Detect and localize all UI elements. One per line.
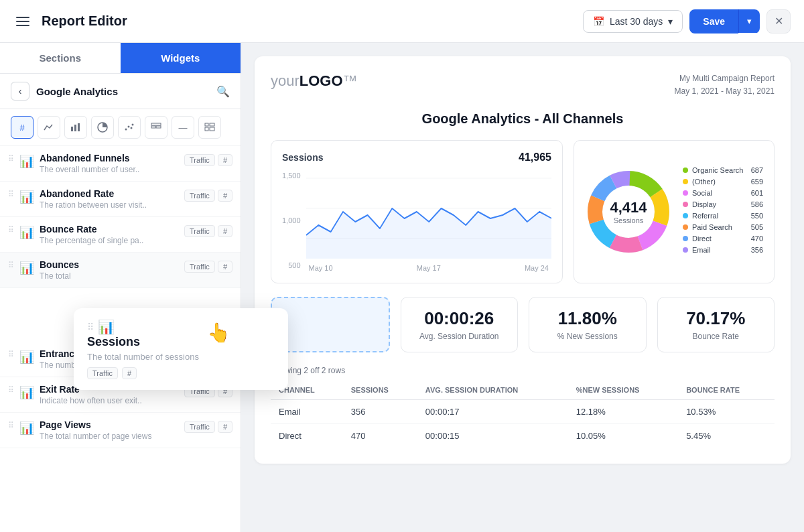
- y-label-1000: 1,000: [282, 216, 301, 224]
- widget-desc: The total number of page views: [40, 431, 179, 441]
- data-table-section: Showing 2 off 2 rows Channel Sessions Av…: [271, 366, 775, 448]
- legend-val-email: 356: [751, 246, 763, 254]
- widget-type-line2[interactable]: —: [172, 116, 194, 139]
- hash-badge: #: [218, 154, 232, 166]
- drag-tooltip-badges: Traffic #: [87, 367, 199, 379]
- widget-type-row: # —: [0, 109, 241, 146]
- hash-badge: #: [218, 261, 232, 273]
- legend-val-paid-search: 505: [751, 223, 763, 231]
- save-button[interactable]: Save: [689, 9, 738, 34]
- widget-bar-icon: 📊: [19, 348, 34, 364]
- legend-item-referral: Referral 550: [683, 212, 763, 220]
- drop-zone[interactable]: [271, 297, 390, 352]
- date-picker[interactable]: 📅 Last 30 days ▾: [583, 10, 683, 33]
- data-table: Channel Sessions Avg. Session Duration %…: [271, 381, 775, 448]
- legend-item-social: Social 601: [683, 189, 763, 197]
- svg-point-4: [125, 129, 127, 131]
- legend-name-organic-search: Organic Search: [692, 166, 747, 174]
- tab-sections[interactable]: Sections: [0, 43, 121, 73]
- x-label-may24: May 24: [525, 264, 549, 272]
- legend-val-display: 586: [751, 200, 763, 208]
- report-content: yourLOGO™ My Multi Campaign Report May 1…: [241, 43, 804, 532]
- widget-name: Abandoned Rate: [40, 188, 179, 199]
- svg-rect-0: [71, 127, 73, 131]
- widget-type-line[interactable]: [38, 116, 60, 139]
- stat-card-bounce-rate: 70.17% Bounce Rate: [657, 297, 775, 352]
- y-label-500: 500: [282, 261, 301, 269]
- drag-handle[interactable]: ⠿: [8, 348, 14, 359]
- widget-info: Bounces The total: [40, 259, 179, 281]
- widget-type-grid[interactable]: [198, 116, 221, 139]
- report-title-meta: My Multi Campaign Report: [675, 72, 775, 85]
- drag-handle[interactable]: ⠿: [8, 419, 14, 430]
- chevron-down-icon: ▾: [668, 16, 673, 27]
- widget-desc: Indicate how often user exit..: [40, 396, 179, 405]
- svg-point-6: [131, 127, 133, 129]
- header-right: 📅 Last 30 days ▾ Save ▾ ✕: [583, 9, 791, 34]
- save-dropdown-button[interactable]: ▾: [738, 9, 760, 33]
- report-meta: My Multi Campaign Report May 1, 2021 - M…: [675, 72, 775, 98]
- donut-center-value: 4,414: [610, 199, 647, 216]
- list-item: ⠿ 📊 Bounce Rate The percentage of single…: [0, 217, 241, 253]
- drag-tooltip-content: ⠿ 📊 Sessions The total number of session…: [87, 319, 199, 379]
- back-button[interactable]: ‹: [11, 82, 29, 101]
- hash-badge: #: [218, 190, 232, 202]
- stat-label-bounce-rate: Bounce Rate: [669, 332, 764, 341]
- table-meta: Showing 2 off 2 rows: [271, 366, 775, 375]
- legend-val-direct: 470: [751, 235, 763, 243]
- legend-name-direct: Direct: [692, 235, 747, 243]
- cell-new-0: 12.18%: [568, 400, 678, 424]
- header-left: Report Editor: [13, 13, 127, 29]
- donut-legend: Organic Search 687 (Other) 659 Social 60…: [683, 166, 763, 257]
- drag-handle[interactable]: ⠿: [8, 188, 14, 199]
- menu-button[interactable]: [13, 14, 32, 29]
- col-avg-session: Avg. Session Duration: [417, 381, 568, 400]
- sessions-line-chart: [306, 172, 551, 259]
- legend-dot-social: [683, 190, 688, 196]
- widget-type-bar[interactable]: [64, 116, 87, 139]
- widget-info: Bounce Rate The percentage of single pa.…: [40, 224, 179, 245]
- widget-info: Page Views The total number of page view…: [40, 419, 179, 441]
- legend-dot-referral: [683, 213, 688, 218]
- traffic-badge: Traffic: [184, 154, 215, 166]
- drag-handle[interactable]: ⠿: [8, 153, 14, 163]
- widget-badges: Traffic #: [184, 224, 232, 237]
- col-sessions: Sessions: [343, 381, 417, 400]
- widget-bar-icon: 📊: [19, 419, 34, 436]
- svg-rect-8: [151, 123, 161, 125]
- stat-value-new-sessions: 11.80%: [540, 308, 635, 329]
- legend-item-display: Display 586: [683, 200, 763, 208]
- tab-widgets[interactable]: Widgets: [121, 43, 241, 73]
- col-bounce-rate: Bounce Rate: [678, 381, 775, 400]
- widget-bar-icon: 📊: [19, 153, 34, 169]
- stat-label-new-sessions: % New Sessions: [540, 332, 635, 341]
- svg-point-5: [128, 126, 130, 128]
- cell-sessions-1: 470: [343, 424, 417, 448]
- close-button[interactable]: ✕: [766, 9, 791, 34]
- widget-bar-icon: 📊: [19, 259, 34, 275]
- drag-handle[interactable]: ⠿: [8, 384, 14, 395]
- drag-handle[interactable]: ⠿: [8, 224, 14, 235]
- x-label-may17: May 17: [417, 264, 441, 272]
- legend-val-organic-search: 687: [751, 166, 763, 174]
- cell-bounce-1: 5.45%: [678, 424, 775, 448]
- legend-name-referral: Referral: [692, 212, 747, 220]
- widget-desc: The percentage of single pa..: [40, 236, 179, 245]
- list-item: ⠿ 📊 Bounces The total Traffic #: [0, 253, 241, 288]
- list-item: ⠿ 📊 Abandoned Rate The ration between us…: [0, 182, 241, 217]
- table-row: Email 356 00:00:17 12.18% 10.53%: [271, 400, 775, 424]
- widget-name: Abandoned Funnels: [40, 153, 179, 163]
- search-icon[interactable]: 🔍: [216, 85, 230, 98]
- logo: yourLOGO™: [271, 72, 358, 90]
- widget-type-table[interactable]: [145, 116, 168, 139]
- sessions-header: Sessions 41,965: [282, 151, 551, 163]
- drag-tooltip-desc: The total number of sessions: [87, 352, 199, 362]
- report-card: yourLOGO™ My Multi Campaign Report May 1…: [255, 56, 791, 464]
- widget-type-pie[interactable]: [91, 116, 114, 139]
- stat-card-new-sessions: 11.80% % New Sessions: [529, 297, 647, 352]
- widget-type-scatter[interactable]: [118, 116, 141, 139]
- widget-type-hash[interactable]: #: [11, 116, 34, 139]
- widget-bar-icon: 📊: [19, 188, 34, 204]
- drag-handle[interactable]: ⠿: [8, 259, 14, 270]
- cell-channel-0: Email: [271, 400, 343, 424]
